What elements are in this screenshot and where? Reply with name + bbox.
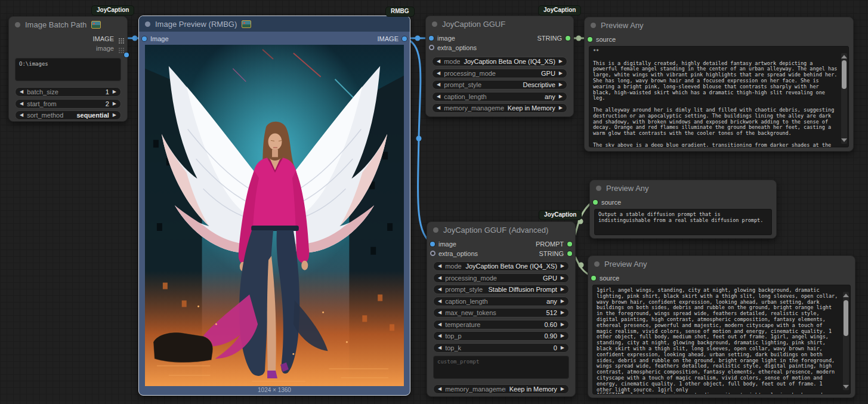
next-arrow-icon[interactable]: ▶ — [559, 103, 563, 113]
input-port-image[interactable] — [429, 36, 434, 41]
node-preview-any-middle[interactable]: Preview Any source Output a stable diffu… — [589, 180, 777, 239]
node-title-bar[interactable]: Image Batch Path — [9, 17, 127, 32]
prev-arrow-icon[interactable]: ◀ — [438, 343, 441, 353]
collapse-dot-icon[interactable] — [145, 21, 150, 27]
input-port-image[interactable] — [430, 242, 435, 246]
input-port-source[interactable] — [588, 37, 592, 42]
collapse-dot-icon[interactable] — [596, 186, 601, 191]
output-port-string[interactable] — [566, 36, 570, 41]
node-title-bar[interactable]: Image Preview (RMBG) — [139, 16, 410, 32]
prev-arrow-icon[interactable]: ◀ — [438, 331, 441, 341]
prev-arrow-icon[interactable]: ◀ — [438, 273, 441, 283]
widget-temperature[interactable]: ◀ temperature 0.60 ▶ — [433, 320, 569, 329]
widget-caption-length[interactable]: ◀ caption_length any ▶ — [433, 297, 569, 306]
decrement-arrow-icon[interactable]: ◀ — [20, 99, 23, 109]
next-arrow-icon[interactable]: ▶ — [561, 297, 564, 306]
widget-caption-length[interactable]: ◀ caption_length any ▶ — [432, 92, 567, 101]
prev-arrow-icon[interactable]: ◀ — [438, 308, 441, 317]
widget-batch-size[interactable]: ◀ batch_size 1 ▶ — [15, 87, 121, 97]
prev-arrow-icon[interactable]: ◀ — [437, 69, 440, 78]
scrollbar-thumb[interactable] — [842, 60, 847, 89]
prev-arrow-icon[interactable]: ◀ — [438, 384, 441, 394]
scroll-down-icon[interactable] — [843, 385, 849, 388]
collapse-dot-icon[interactable] — [591, 23, 596, 28]
widget-model[interactable]: ◀ model JoyCaption Beta One (IQ4_XS) ▶ — [432, 57, 567, 66]
widget-processing-mode[interactable]: ◀ processing_mode GPU ▶ — [433, 273, 569, 283]
widget-model[interactable]: ◀ model JoyCaption Beta One (IQ4_XS) ▶ — [433, 261, 569, 271]
node-title-bar[interactable]: JoyCaption GGUF (Advanced) — [427, 222, 575, 238]
decrement-arrow-icon[interactable]: ◀ — [20, 87, 23, 97]
prev-arrow-icon[interactable]: ◀ — [437, 103, 440, 113]
widget-memory-management[interactable]: ◀ memory_management Keep in Memory ▶ — [433, 384, 569, 394]
preview-text-area[interactable]: Output a stable diffusion prompt that is… — [594, 209, 772, 235]
collapse-dot-icon[interactable] — [15, 22, 20, 27]
input-port-extra-options[interactable] — [430, 251, 435, 256]
node-title-bar[interactable]: Preview Any — [585, 17, 853, 33]
next-arrow-icon[interactable]: ▶ — [561, 273, 564, 283]
output-port-image[interactable] — [124, 53, 129, 57]
prev-arrow-icon[interactable]: ◀ — [438, 261, 441, 271]
node-title-bar[interactable]: JoyCaption GGUF — [426, 16, 573, 32]
input-port-source[interactable] — [593, 200, 598, 205]
input-port-image[interactable] — [142, 36, 147, 41]
output-port-string[interactable] — [567, 251, 572, 256]
node-title-bar[interactable]: Preview Any — [590, 180, 776, 196]
path-text-field[interactable]: O:\images — [15, 58, 121, 81]
next-arrow-icon[interactable]: ▶ — [561, 261, 564, 271]
node-image-batch-path[interactable]: Image Batch Path IMAGE image O:\images ◀… — [8, 16, 128, 122]
scroll-up-icon[interactable] — [841, 55, 847, 58]
output-port-image[interactable] — [402, 36, 407, 41]
next-arrow-icon[interactable]: ▶ — [561, 331, 564, 341]
node-preview-any-top[interactable]: Preview Any source ** This is a digitall… — [584, 17, 854, 152]
preview-text-area[interactable]: ** This is a digitally created, highly d… — [589, 46, 849, 147]
widget-sort-method[interactable]: ◀ sort_method sequential ▶ — [15, 110, 121, 120]
next-arrow-icon[interactable]: ▶ — [561, 308, 564, 317]
widget-prompt-style[interactable]: ◀ prompt_style Stable Diffusion Prompt ▶ — [433, 285, 569, 294]
decrement-arrow-icon[interactable]: ◀ — [20, 110, 23, 120]
next-arrow-icon[interactable]: ▶ — [559, 57, 563, 66]
collapse-dot-icon[interactable] — [433, 227, 438, 233]
prev-arrow-icon[interactable]: ◀ — [438, 320, 441, 329]
next-arrow-icon[interactable]: ▶ — [561, 384, 564, 394]
prev-arrow-icon[interactable]: ◀ — [438, 285, 441, 294]
input-port-extra-options[interactable] — [429, 45, 434, 50]
comfyui-canvas[interactable]: { "colors": { "wire_image": "#4d9ee4", "… — [0, 0, 868, 404]
increment-arrow-icon[interactable]: ▶ — [113, 87, 116, 97]
grid-output-icon[interactable] — [119, 46, 124, 55]
widget-prompt-style[interactable]: ◀ prompt_style Descriptive ▶ — [432, 80, 567, 90]
next-arrow-icon[interactable]: ▶ — [561, 285, 564, 294]
scroll-up-icon[interactable] — [843, 294, 849, 297]
next-arrow-icon[interactable]: ▶ — [561, 343, 564, 353]
prev-arrow-icon[interactable]: ◀ — [437, 57, 440, 66]
widget-max-new-tokens[interactable]: ◀ max_new_tokens 512 ▶ — [433, 308, 569, 317]
widget-top-k[interactable]: ◀ top_k 0 ▶ — [433, 343, 569, 353]
custom-prompt-field[interactable]: custom_prompt — [433, 356, 569, 379]
input-port-source[interactable] — [591, 276, 596, 280]
widget-processing-mode[interactable]: ◀ processing_mode GPU ▶ — [432, 69, 567, 78]
node-joycaption-gguf[interactable]: JoyCaption GGUF image STRING extra_optio… — [425, 16, 574, 117]
scrollbar[interactable] — [843, 292, 849, 390]
collapse-dot-icon[interactable] — [432, 21, 437, 27]
next-arrow-icon[interactable]: ▶ — [561, 320, 564, 329]
next-arrow-icon[interactable]: ▶ — [559, 80, 563, 90]
next-arrow-icon[interactable]: ▶ — [559, 92, 563, 101]
node-image-preview-rmbg[interactable]: Image Preview (RMBG) Image IMAGE — [138, 16, 410, 396]
node-preview-any-bottom[interactable]: Preview Any source 1girl, angel wings, s… — [588, 255, 855, 398]
widget-start-from[interactable]: ◀ start_from 2 ▶ — [15, 99, 121, 109]
prev-arrow-icon[interactable]: ◀ — [438, 297, 441, 306]
node-joycaption-gguf-advanced[interactable]: JoyCaption GGUF (Advanced) image PROMPT … — [427, 221, 576, 397]
increment-arrow-icon[interactable]: ▶ — [113, 99, 116, 109]
scrollbar-thumb[interactable] — [844, 300, 848, 336]
increment-arrow-icon[interactable]: ▶ — [113, 110, 116, 120]
prev-arrow-icon[interactable]: ◀ — [437, 80, 440, 90]
output-port-prompt[interactable] — [567, 242, 572, 246]
next-arrow-icon[interactable]: ▶ — [559, 69, 563, 78]
widget-memory-management[interactable]: ◀ memory_management Keep in Memory ▶ — [432, 103, 567, 113]
collapse-dot-icon[interactable] — [594, 261, 600, 267]
preview-text-area[interactable]: 1girl, angel wings, standing, city at ni… — [592, 285, 851, 394]
node-title-bar[interactable]: Preview Any — [588, 256, 855, 272]
scrollbar[interactable] — [841, 53, 847, 144]
widget-top-p[interactable]: ◀ top_p 0.90 ▶ — [433, 331, 569, 341]
prev-arrow-icon[interactable]: ◀ — [437, 92, 440, 101]
scroll-down-icon[interactable] — [841, 138, 847, 142]
